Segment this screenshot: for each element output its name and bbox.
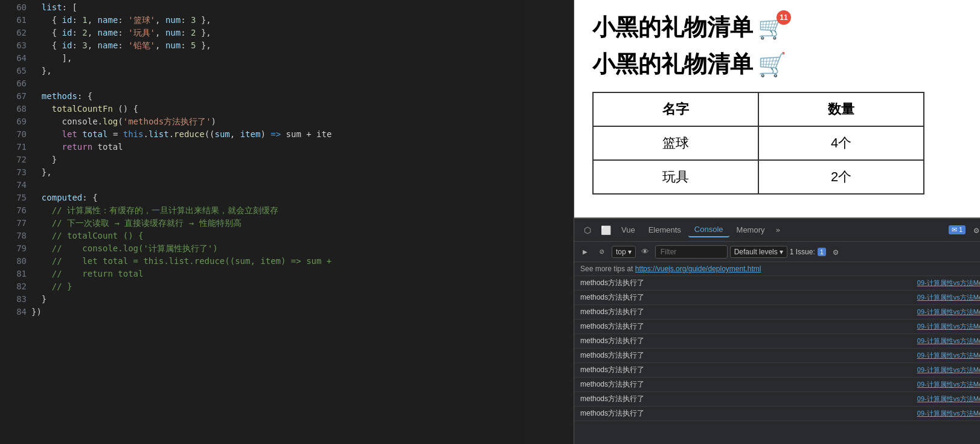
gift-title-2-text: 小黑的礼物清单	[592, 49, 753, 80]
tip-link[interactable]: https://vuejs.org/guide/deployment.html	[635, 265, 761, 273]
table-header-count: 数量	[758, 92, 924, 126]
tab-more[interactable]: »	[772, 223, 784, 237]
settings-icon[interactable]: ⚙	[968, 222, 980, 239]
table-row: 玩具 2个	[593, 160, 924, 194]
log-msg-9: methods方法执行了	[580, 394, 644, 404]
table-row: 篮球 4个	[593, 126, 924, 160]
log-entry-6: methods方法执行了 09-计算属性vs方法Methods.html:69	[574, 349, 980, 363]
issue-badge: 1 Issue: 1	[790, 248, 826, 256]
cart-icon-2: 🛒 11	[758, 51, 786, 78]
gift-title-1-text: 小黑的礼物清单	[592, 12, 753, 43]
default-levels-label: Default levels	[734, 248, 778, 256]
log-entry-2: methods方法执行了 09-计算属性vs方法Methods.html:69	[574, 291, 980, 305]
gift-title-1: 小黑的礼物清单 🛒 11	[592, 12, 980, 43]
table-cell-count-2: 2个	[758, 160, 924, 194]
log-msg-10: methods方法执行了	[580, 408, 644, 419]
preview-area: 小黑的礼物清单 🛒 11 小黑的礼物清单 🛒 11 名字 数量	[574, 0, 980, 217]
log-src-8[interactable]: 09-计算属性vs方法Methods.html:69	[917, 380, 980, 389]
log-src-4[interactable]: 09-计算属性vs方法Methods.html:69	[917, 322, 980, 331]
log-msg-8: methods方法执行了	[580, 379, 644, 390]
log-msg-1: methods方法执行了	[580, 278, 644, 288]
console-eye-icon[interactable]: 👁	[638, 245, 653, 259]
log-src-1[interactable]: 09-计算属性vs方法Methods.html:69	[917, 278, 980, 288]
tab-vue[interactable]: Vue	[615, 223, 641, 237]
chevron-down-icon-2: ▾	[780, 248, 783, 256]
log-msg-7: methods方法执行了	[580, 365, 644, 375]
log-msg-3: methods方法执行了	[580, 307, 644, 317]
code-text: list: [ { id: 1, name: '篮球', num: 3 }, {…	[31, 0, 525, 444]
issue-count: 1	[818, 248, 826, 256]
browser-panel: 小黑的礼物清单 🛒 11 小黑的礼物清单 🛒 11 名字 数量	[574, 0, 980, 444]
log-entry-5: methods方法执行了 09-计算属性vs方法Methods.html:69	[574, 334, 980, 349]
tab-memory[interactable]: Memory	[731, 223, 771, 237]
log-entry-7: methods方法执行了 09-计算属性vs方法Methods.html:69	[574, 363, 980, 378]
cart-icon-1: 🛒 11	[758, 15, 785, 40]
chevron-down-icon: ▾	[628, 248, 632, 256]
default-levels-dropdown[interactable]: Default levels ▾	[730, 246, 787, 258]
console-tip: See more tips at https://vuejs.org/guide…	[574, 262, 980, 276]
log-entry-8: methods方法执行了 09-计算属性vs方法Methods.html:69	[574, 378, 980, 392]
log-src-9[interactable]: 09-计算属性vs方法Methods.html:69	[917, 394, 980, 404]
console-log-area[interactable]: See more tips at https://vuejs.org/guide…	[574, 262, 980, 444]
issue-label: 1 Issue:	[790, 248, 815, 256]
devtools-tabs: ⬡ ⬜ Vue Elements Console Memory » ✉ 1 ⚙ …	[574, 219, 980, 242]
minimap	[525, 0, 574, 444]
table-cell-name-1: 篮球	[593, 126, 758, 160]
tab-elements[interactable]: Elements	[642, 223, 687, 237]
console-run-icon[interactable]: ▶	[578, 245, 592, 259]
console-top-label: top	[616, 248, 626, 256]
gift-table: 名字 数量 篮球 4个 玩具 2个	[592, 92, 924, 195]
log-entry-9: methods方法执行了 09-计算属性vs方法Methods.html:69	[574, 392, 980, 407]
tip-text: See more tips at	[580, 265, 635, 273]
log-entry-1: methods方法执行了 09-计算属性vs方法Methods.html:69	[574, 276, 980, 291]
table-cell-count-1: 4个	[758, 126, 924, 160]
line-numbers: 60 61 62 63 64 65 66 67 68 69 70 71 72 7…	[0, 0, 31, 444]
log-msg-4: methods方法执行了	[580, 321, 644, 332]
log-src-3[interactable]: 09-计算属性vs方法Methods.html:69	[917, 307, 980, 317]
log-src-5[interactable]: 09-计算属性vs方法Methods.html:69	[917, 336, 980, 346]
console-settings-icon[interactable]: ⚙	[828, 245, 843, 259]
devtools-area: ⬡ ⬜ Vue Elements Console Memory » ✉ 1 ⚙ …	[574, 217, 980, 444]
log-msg-6: methods方法执行了	[580, 350, 644, 361]
code-editor: 60 61 62 63 64 65 66 67 68 69 70 71 72 7…	[0, 0, 525, 444]
table-header-name: 名字	[593, 92, 758, 126]
console-filter-input[interactable]	[655, 245, 728, 259]
log-src-10[interactable]: 09-计算属性vs方法Methods.html:69	[917, 409, 980, 418]
log-entry-4: methods方法执行了 09-计算属性vs方法Methods.html:69	[574, 320, 980, 334]
log-msg-2: methods方法执行了	[580, 292, 644, 303]
log-src-6[interactable]: 09-计算属性vs方法Methods.html:69	[917, 351, 980, 360]
console-top-dropdown[interactable]: top ▾	[612, 246, 636, 258]
devtools-badge: ✉ 1	[949, 225, 966, 234]
log-entry-3: methods方法执行了 09-计算属性vs方法Methods.html:69	[574, 305, 980, 320]
console-toolbar: ▶ ⊘ top ▾ 👁 Default levels ▾ 1 Issue: 1 …	[574, 242, 980, 262]
table-cell-name-2: 玩具	[593, 160, 758, 194]
badge-1: 11	[777, 10, 791, 25]
devtools-cursor-icon[interactable]: ⬡	[579, 222, 596, 239]
log-msg-5: methods方法执行了	[580, 336, 644, 346]
tab-console[interactable]: Console	[688, 222, 729, 237]
gift-title-2: 小黑的礼物清单 🛒 11	[592, 49, 980, 80]
log-src-2[interactable]: 09-计算属性vs方法Methods.html:69	[917, 293, 980, 302]
log-entry-10: methods方法执行了 09-计算属性vs方法Methods.html:69	[574, 407, 980, 421]
devtools-device-icon[interactable]: ⬜	[597, 222, 614, 239]
log-src-7[interactable]: 09-计算属性vs方法Methods.html:69	[917, 365, 980, 375]
console-clear-icon[interactable]: ⊘	[595, 245, 609, 259]
